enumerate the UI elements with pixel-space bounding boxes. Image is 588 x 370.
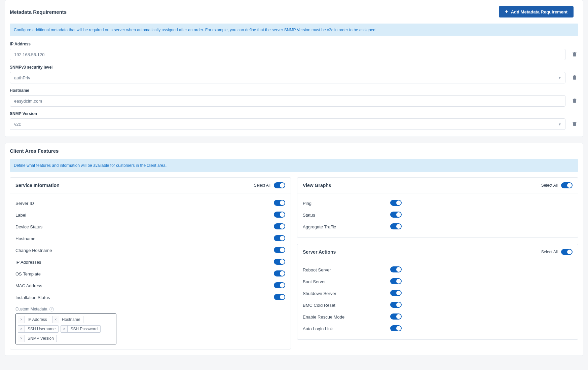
feature-label: Hostname <box>15 236 103 241</box>
select-all-label: Select All <box>541 183 558 188</box>
feature-label: Status <box>303 213 390 218</box>
delete-ip-button[interactable] <box>572 51 578 58</box>
client-area-info-bar: Define what features and information wil… <box>10 159 578 172</box>
plus-icon: + <box>505 9 508 14</box>
metadata-requirements-panel: Metadata Requirements + Add Metadata Req… <box>5 0 583 137</box>
select-all-label: Select All <box>254 183 270 188</box>
snmpv3-label: SNMPv3 security level <box>10 65 578 70</box>
ip-address-label: IP Address <box>10 42 578 46</box>
toggle-boot-server[interactable] <box>390 278 402 284</box>
feature-label: Enable Rescue Mode <box>303 314 390 320</box>
feature-label: Auto Login Link <box>303 326 390 331</box>
feature-label: IP Addresses <box>15 260 103 265</box>
ip-address-input[interactable] <box>10 49 565 60</box>
service-info-title: Service Information <box>15 183 60 188</box>
view-graphs-select-all-toggle[interactable] <box>561 182 573 188</box>
snmp-version-select[interactable] <box>10 118 565 130</box>
feature-label: BMC Cold Reset <box>303 303 390 308</box>
trash-icon <box>572 121 578 127</box>
custom-metadata-label: Custom Metadata <box>15 307 47 311</box>
service-info-select-all-toggle[interactable] <box>274 182 285 188</box>
feature-label: Shutdown Server <box>303 291 390 296</box>
remove-tag-icon[interactable]: × <box>18 335 25 342</box>
hostname-label: Hostname <box>10 88 578 93</box>
add-metadata-requirement-button[interactable]: + Add Metadata Requirement <box>499 6 574 17</box>
toggle-mac-address[interactable] <box>274 282 285 288</box>
remove-tag-icon[interactable]: × <box>52 316 59 323</box>
toggle-status[interactable] <box>390 212 402 218</box>
delete-snmpv3-button[interactable] <box>572 74 578 81</box>
add-metadata-label: Add Metadata Requirement <box>511 9 567 14</box>
feature-label: Reboot Server <box>303 267 390 272</box>
feature-label: Label <box>15 213 103 218</box>
toggle-aggregate-traffic[interactable] <box>390 223 402 229</box>
trash-icon <box>572 74 578 80</box>
feature-label: Boot Server <box>303 279 390 284</box>
feature-label: Aggregate Traffic <box>303 224 390 229</box>
toggle-shutdown-server[interactable] <box>390 290 402 296</box>
toggle-installation-status[interactable] <box>274 294 285 300</box>
toggle-reboot-server[interactable] <box>390 266 402 272</box>
help-icon[interactable]: ? <box>49 307 54 311</box>
snmpv3-select[interactable] <box>10 72 565 83</box>
remove-tag-icon[interactable]: × <box>61 326 68 332</box>
feature-label: Server ID <box>15 201 103 206</box>
metadata-tag: ×IP Address <box>18 316 50 323</box>
trash-icon <box>572 51 578 57</box>
remove-tag-icon[interactable]: × <box>18 316 25 323</box>
toggle-ping[interactable] <box>390 200 402 206</box>
metadata-info-bar: Configure additional metadata that will … <box>10 24 578 36</box>
field-snmp-version: SNMP Version ▼ <box>10 111 578 130</box>
client-area-features-panel: Client Area Features Define what feature… <box>5 143 583 356</box>
field-ip-address: IP Address <box>10 42 578 60</box>
metadata-title: Metadata Requirements <box>10 9 67 15</box>
view-graphs-title: View Graphs <box>303 183 331 188</box>
toggle-device-status[interactable] <box>274 223 285 229</box>
service-information-card: Service Information Select All Server ID… <box>10 177 291 349</box>
toggle-hostname[interactable] <box>274 235 285 241</box>
select-all-label: Select All <box>541 250 558 254</box>
client-area-title: Client Area Features <box>10 148 578 154</box>
metadata-tag: ×Hostname <box>52 316 83 323</box>
toggle-server-id[interactable] <box>274 200 285 206</box>
remove-tag-icon[interactable]: × <box>18 326 25 332</box>
feature-label: Change Hostname <box>15 248 103 253</box>
feature-label: Ping <box>303 201 390 206</box>
feature-label: Installation Status <box>15 295 103 300</box>
delete-snmp-version-button[interactable] <box>572 121 578 127</box>
toggle-ip-addresses[interactable] <box>274 259 285 265</box>
metadata-tag: ×SNMP Version <box>18 335 57 342</box>
toggle-enable-rescue-mode[interactable] <box>390 313 402 320</box>
server-actions-title: Server Actions <box>303 249 336 255</box>
field-snmpv3: SNMPv3 security level ▼ <box>10 65 578 83</box>
snmp-version-label: SNMP Version <box>10 111 578 116</box>
trash-icon <box>572 98 578 104</box>
feature-label: OS Template <box>15 271 103 276</box>
toggle-bmc-cold-reset[interactable] <box>390 302 402 308</box>
delete-hostname-button[interactable] <box>572 98 578 104</box>
server-actions-card: Server Actions Select All Reboot Server … <box>297 244 578 340</box>
toggle-os-template[interactable] <box>274 270 285 276</box>
toggle-label[interactable] <box>274 212 285 218</box>
custom-metadata-tagbox[interactable]: ×IP Address ×Hostname ×SSH Username ×SSH… <box>15 313 116 344</box>
metadata-tag: ×SSH Username <box>18 325 59 333</box>
field-hostname: Hostname <box>10 88 578 107</box>
view-graphs-card: View Graphs Select All Ping Status Aggre… <box>297 177 578 238</box>
feature-label: Device Status <box>15 224 103 229</box>
toggle-change-hostname[interactable] <box>274 247 285 253</box>
toggle-auto-login-link[interactable] <box>390 325 402 331</box>
feature-label: MAC Address <box>15 283 103 288</box>
metadata-tag: ×SSH Password <box>61 325 101 333</box>
server-actions-select-all-toggle[interactable] <box>561 249 573 255</box>
hostname-input[interactable] <box>10 95 565 107</box>
